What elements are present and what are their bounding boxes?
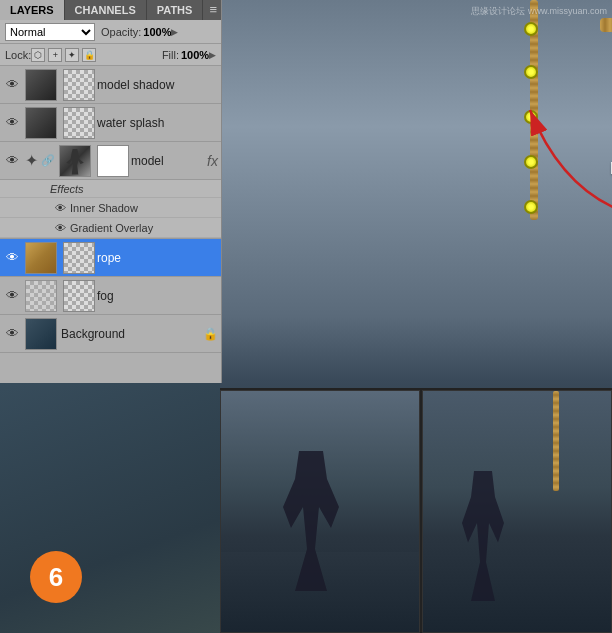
layer-name-model-shadow: model shadow	[97, 78, 218, 92]
opacity-value: 100%	[143, 26, 171, 38]
thumb-water-splash	[25, 107, 57, 139]
person-silhouette	[64, 149, 86, 175]
thumb2-water-splash	[63, 107, 95, 139]
eye-icon-model[interactable]: 👁	[3, 152, 21, 170]
layers-list: 👁 model shadow 👁 water splash 👁 ✦ 🔗 mode…	[0, 66, 221, 379]
transform-icon-model: ✦	[21, 151, 41, 171]
step-badge: 6	[30, 551, 82, 603]
layer-rope[interactable]: 👁 rope	[0, 239, 221, 277]
eye-icon-rope[interactable]: 👁	[3, 249, 21, 267]
fill-arrow[interactable]: ▶	[209, 50, 216, 60]
lock-icons: ⬡ + ✦ 🔒	[31, 48, 96, 62]
step-number: 6	[49, 562, 63, 593]
fx-badge-model: fx	[207, 153, 218, 169]
eye-icon-background[interactable]: 👁	[3, 325, 21, 343]
bg-lock-icon: 🔒	[203, 327, 218, 341]
warp-dot-1	[524, 22, 538, 36]
layer-name-model: model	[131, 154, 204, 168]
warp-dot-2	[524, 65, 538, 79]
layer-name-fog: fog	[97, 289, 218, 303]
eye-icon-model-shadow[interactable]: 👁	[3, 76, 21, 94]
layer-name-rope: rope	[97, 251, 218, 265]
opacity-arrow[interactable]: ▶	[171, 27, 178, 37]
link-icon-model[interactable]: 🔗	[41, 154, 55, 168]
panel-tabs: LAYERS CHANNELS PATHS ≡	[0, 0, 221, 20]
blend-row: Normal Multiply Screen Overlay Opacity: …	[0, 20, 221, 44]
effect-inner-shadow[interactable]: 👁 Inner Shadow	[0, 198, 221, 218]
tab-paths[interactable]: PATHS	[147, 0, 204, 20]
eye-icon-fog[interactable]: 👁	[3, 287, 21, 305]
fill-value: 100%	[181, 49, 209, 61]
thumb2-model-shadow	[63, 69, 95, 101]
lock-transparent-icon[interactable]: ⬡	[31, 48, 45, 62]
layer-background[interactable]: 👁 Background 🔒	[0, 315, 221, 353]
lock-pixel-icon[interactable]: +	[48, 48, 62, 62]
fill-label: Fill:	[162, 49, 179, 61]
tab-layers[interactable]: LAYERS	[0, 0, 65, 20]
effects-group: Effects 👁 Inner Shadow 👁 Gradient Overla…	[0, 180, 221, 239]
effect-eye-gradient-overlay[interactable]: 👁	[55, 222, 66, 234]
layers-panel: LAYERS CHANNELS PATHS ≡ Normal Multiply …	[0, 0, 222, 383]
thumb-fog	[25, 280, 57, 312]
layer-model[interactable]: 👁 ✦ 🔗 model fx	[0, 142, 221, 180]
lock-all-icon[interactable]: 🔒	[82, 48, 96, 62]
effects-label: Effects	[0, 180, 221, 198]
layer-water-splash[interactable]: 👁 water splash	[0, 104, 221, 142]
bottom-left-scene	[220, 390, 420, 633]
instruction-arrow	[510, 80, 612, 240]
layer-name-background: Background	[61, 327, 203, 341]
effect-eye-inner-shadow[interactable]: 👁	[55, 202, 66, 214]
bottom-right-scene	[422, 390, 612, 633]
thumb-rope	[25, 242, 57, 274]
opacity-label: Opacity:	[101, 26, 141, 38]
thumb-model	[59, 145, 91, 177]
lock-row: Lock: ⬡ + ✦ 🔒 Fill: 100% ▶	[0, 44, 221, 66]
layer-fog[interactable]: 👁 fog	[0, 277, 221, 315]
panel-menu-icon[interactable]: ≡	[203, 0, 223, 20]
rope-horizontal	[600, 18, 612, 32]
eye-icon-water-splash[interactable]: 👁	[3, 114, 21, 132]
thumb2-rope	[63, 242, 95, 274]
small-rope	[553, 391, 559, 491]
blend-mode-select[interactable]: Normal Multiply Screen Overlay	[5, 23, 95, 41]
watermark: 思缘设计论坛 www.missyuan.com	[471, 5, 607, 18]
thumb-model-shadow	[25, 69, 57, 101]
layer-model-shadow[interactable]: 👁 model shadow	[0, 66, 221, 104]
effect-gradient-overlay[interactable]: 👁 Gradient Overlay	[0, 218, 221, 238]
tab-channels[interactable]: CHANNELS	[65, 0, 147, 20]
thumb2-model	[97, 145, 129, 177]
layer-name-water-splash: water splash	[97, 116, 218, 130]
lock-position-icon[interactable]: ✦	[65, 48, 79, 62]
lock-label: Lock:	[5, 49, 31, 61]
thumb-background	[25, 318, 57, 350]
thumb2-fog	[63, 280, 95, 312]
